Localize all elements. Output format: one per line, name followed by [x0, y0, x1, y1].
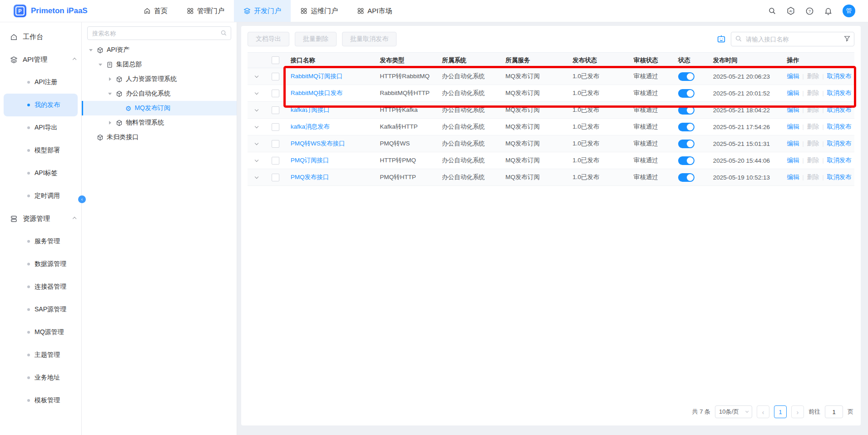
current-page-button[interactable]: 1 — [774, 405, 787, 418]
select-all-checkbox[interactable] — [272, 56, 279, 64]
robot-icon[interactable] — [716, 34, 726, 44]
caret-right-icon[interactable] — [109, 77, 111, 81]
api-name-link[interactable]: PMQ发布接口 — [291, 173, 329, 181]
api-name-link[interactable]: PMQ转WS发布接口 — [291, 140, 345, 148]
sidebar-group-resource-management[interactable]: 资源管理 — [0, 207, 81, 230]
api-name-link[interactable]: PMQ订阅接口 — [291, 156, 329, 165]
delete-link[interactable]: 删除 — [807, 89, 819, 97]
row-checkbox[interactable] — [272, 90, 279, 97]
unpublish-link[interactable]: 取消发布 — [827, 140, 852, 148]
edit-link[interactable]: 编辑 — [787, 140, 799, 148]
nav-api-market[interactable]: API市场 — [347, 0, 402, 22]
api-name-link[interactable]: RabbitMQ接口发布 — [291, 89, 343, 97]
row-checkbox[interactable] — [272, 140, 279, 148]
unpublish-link[interactable]: 取消发布 — [827, 89, 852, 97]
tree-node-uncategorized[interactable]: 未归类接口 — [82, 130, 237, 145]
edit-link[interactable]: 编辑 — [787, 123, 799, 131]
unpublish-link[interactable]: 取消发布 — [827, 173, 852, 181]
row-expand-icon[interactable] — [255, 175, 258, 178]
tree-node-mq-pubsub[interactable]: ⚙ MQ发布订阅 — [82, 101, 237, 115]
tree-search-input[interactable] — [87, 26, 231, 40]
nav-admin-portal[interactable]: 管理门户 — [177, 0, 234, 22]
enable-toggle[interactable] — [678, 140, 694, 148]
delete-link[interactable]: 删除 — [807, 140, 819, 148]
enable-toggle[interactable] — [678, 173, 694, 182]
delete-link[interactable]: 删除 — [807, 72, 819, 80]
api-name-search-input[interactable] — [731, 32, 854, 46]
sidebar-item-my-publish[interactable]: 我的发布 — [4, 94, 78, 116]
delete-link[interactable]: 删除 — [807, 173, 819, 181]
nav-ops-portal[interactable]: 运维门户 — [291, 0, 347, 22]
next-page-button[interactable]: › — [791, 405, 804, 418]
edit-link[interactable]: 编辑 — [787, 89, 799, 97]
enable-toggle[interactable] — [678, 89, 694, 98]
batch-delete-button[interactable]: 批量删除 — [295, 32, 337, 46]
nav-home[interactable]: 首页 — [134, 0, 177, 22]
sidebar-collapse-button[interactable]: ‹ — [78, 195, 86, 203]
brand[interactable]: P Primeton iPaaS — [0, 5, 109, 17]
unpublish-link[interactable]: 取消发布 — [827, 123, 852, 131]
row-checkbox[interactable] — [272, 174, 279, 181]
tree-node-hr-system[interactable]: 人力资源管理系统 — [82, 72, 237, 86]
sidebar-item-workbench[interactable]: 工作台 — [0, 25, 81, 48]
tree-node-material-system[interactable]: 物料管理系统 — [82, 115, 237, 130]
row-expand-icon[interactable] — [255, 124, 258, 128]
delete-link[interactable]: 删除 — [807, 106, 819, 114]
search-icon[interactable] — [768, 7, 776, 15]
delete-link[interactable]: 删除 — [807, 156, 819, 165]
sidebar-item-mq-source-management[interactable]: MQ源管理 — [4, 321, 78, 344]
sidebar-item-scheduled-call[interactable]: 定时调用 — [4, 185, 78, 207]
page-size-select[interactable]: 10条/页 — [715, 405, 752, 418]
row-checkbox[interactable] — [272, 157, 279, 165]
row-checkbox[interactable] — [272, 73, 279, 80]
caret-right-icon[interactable] — [109, 121, 111, 125]
row-expand-icon[interactable] — [255, 107, 258, 111]
sidebar-item-api-register[interactable]: API注册 — [4, 71, 78, 94]
unpublish-link[interactable]: 取消发布 — [827, 156, 852, 165]
enable-toggle[interactable] — [678, 123, 694, 131]
bell-icon[interactable] — [824, 7, 833, 15]
row-checkbox[interactable] — [272, 106, 279, 114]
enable-toggle[interactable] — [678, 72, 694, 81]
enable-toggle[interactable] — [678, 156, 694, 165]
row-expand-icon[interactable] — [255, 74, 258, 77]
unpublish-link[interactable]: 取消发布 — [827, 106, 852, 114]
caret-down-icon[interactable] — [99, 64, 102, 66]
tree-node-group-hq[interactable]: 集团总部 — [82, 57, 237, 72]
sidebar-item-model-deploy[interactable]: 模型部署 — [4, 139, 78, 162]
prev-page-button[interactable]: ‹ — [757, 405, 769, 418]
sidebar-item-template-management[interactable]: 模板管理 — [4, 389, 78, 412]
row-expand-icon[interactable] — [255, 90, 258, 94]
api-name-link[interactable]: kafka消息发布 — [291, 123, 330, 131]
batch-unpublish-button[interactable]: 批量取消发布 — [342, 32, 397, 46]
sidebar-item-topic-management[interactable]: 主题管理 — [4, 344, 78, 366]
nav-dev-portal[interactable]: 开发门户 — [234, 0, 291, 22]
ai-assistant-icon[interactable]: AI — [786, 6, 795, 15]
sidebar-item-service-management[interactable]: 服务管理 — [4, 230, 78, 253]
tree-node-api-assets[interactable]: API资产 — [82, 43, 237, 57]
sidebar-item-datasource-management[interactable]: 数据源管理 — [4, 253, 78, 275]
edit-link[interactable]: 编辑 — [787, 156, 799, 165]
unpublish-link[interactable]: 取消发布 — [827, 72, 852, 80]
user-avatar[interactable]: 管 — [843, 5, 855, 17]
sidebar-item-api-tags[interactable]: API标签 — [4, 162, 78, 185]
edit-link[interactable]: 编辑 — [787, 106, 799, 114]
api-name-link[interactable]: RabbitMQ订阅接口 — [291, 72, 343, 80]
delete-link[interactable]: 删除 — [807, 123, 819, 131]
edit-link[interactable]: 编辑 — [787, 72, 799, 80]
enable-toggle[interactable] — [678, 106, 694, 115]
filter-icon[interactable] — [843, 35, 851, 42]
sidebar-group-api-management[interactable]: API管理 — [0, 48, 81, 71]
export-docs-button[interactable]: 文档导出 — [248, 32, 289, 46]
sidebar-item-api-export[interactable]: API导出 — [4, 116, 78, 139]
caret-down-icon[interactable] — [89, 49, 93, 51]
goto-page-input[interactable] — [825, 405, 843, 418]
caret-down-icon[interactable] — [108, 93, 112, 95]
edit-link[interactable]: 编辑 — [787, 173, 799, 181]
row-expand-icon[interactable] — [255, 158, 258, 161]
sidebar-item-business-address[interactable]: 业务地址 — [4, 366, 78, 389]
sidebar-item-sap-source-management[interactable]: SAP源管理 — [4, 298, 78, 321]
sidebar-item-connector-management[interactable]: 连接器管理 — [4, 275, 78, 298]
tree-node-oa-system[interactable]: 办公自动化系统 — [82, 86, 237, 101]
help-icon[interactable]: ? — [805, 7, 814, 15]
